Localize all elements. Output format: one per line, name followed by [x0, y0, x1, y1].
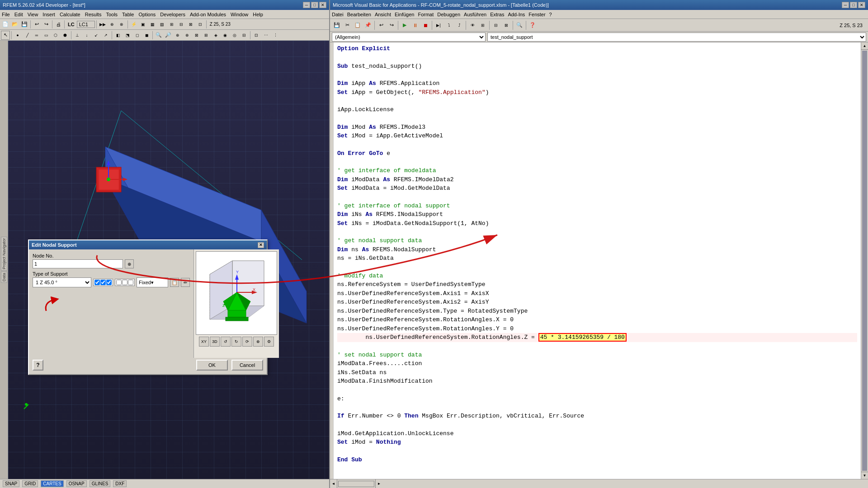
menu-results[interactable]: Results [85, 12, 102, 17]
vba-bottom-right-btn[interactable]: ► [375, 479, 382, 488]
vba-menu-datei[interactable]: Datei [332, 12, 344, 17]
vba-tb-watch[interactable]: 👁 [467, 20, 477, 30]
rfem-close-btn[interactable]: ✕ [319, 2, 326, 8]
vba-menu-help[interactable]: ? [549, 12, 552, 17]
prev-btn-r3[interactable]: ⟳ [242, 337, 252, 347]
tb2-view4[interactable]: ◼ [142, 31, 151, 40]
vba-menu-fenster[interactable]: Fenster [528, 12, 545, 17]
node-no-input[interactable] [33, 259, 123, 268]
vba-minimize-btn[interactable]: ─ [842, 2, 849, 8]
tb2-more3[interactable]: ↙ [92, 31, 101, 40]
status-glines[interactable]: GLINES [90, 480, 111, 487]
tb-more7[interactable]: ⊞ [167, 20, 176, 29]
tb2-more11[interactable]: ◎ [230, 31, 239, 40]
tb-more1[interactable]: ▶▶ [98, 20, 107, 29]
tb-new[interactable]: 📄 [1, 20, 10, 29]
status-osnap[interactable]: OSNAP [66, 480, 87, 487]
menu-insert[interactable]: Insert [42, 12, 55, 17]
type-copy-btn[interactable]: 📋 [170, 278, 179, 287]
tb-calc[interactable]: ⚡ [129, 20, 138, 29]
tb-redo[interactable]: ↪ [42, 20, 51, 29]
cb-uy[interactable] [100, 280, 106, 285]
tb2-view3[interactable]: ◻ [132, 31, 142, 40]
vba-tb-break[interactable]: ⏸ [410, 20, 420, 30]
menu-calculate[interactable]: Calculate [60, 12, 80, 17]
tb-open[interactable]: 📂 [10, 20, 19, 29]
tb2-more1[interactable]: ⬡ [51, 31, 60, 40]
rfem-3d-viewport[interactable]: Edit Nodal Support ✕ Node No. [8, 41, 329, 479]
menu-help[interactable]: Help [253, 12, 263, 17]
tb2-more10[interactable]: ◉ [221, 31, 230, 40]
tb2-view1[interactable]: ◧ [113, 31, 123, 40]
vba-menu-ausfuhr[interactable]: Ausführen [464, 12, 486, 17]
vba-procedure-dropdown[interactable]: test_nodal_support [487, 33, 866, 42]
scroll-thumb[interactable] [862, 51, 867, 471]
tb2-more12[interactable]: ⊟ [240, 31, 249, 40]
cb-ux[interactable] [94, 280, 100, 285]
tb2-member[interactable]: ═ [32, 31, 41, 40]
vba-tb-undo[interactable]: ↩ [376, 20, 386, 30]
tb2-more4[interactable]: ↗ [101, 31, 110, 40]
dialog-titlebar[interactable]: Edit Nodal Support ✕ [29, 240, 267, 249]
menu-view[interactable]: View [28, 12, 38, 17]
rfem-restore-btn[interactable]: □ [311, 2, 318, 8]
tb2-more15[interactable]: ⋮ [271, 31, 280, 40]
type-select[interactable]: 1 Z 45.0 ° [33, 277, 91, 287]
edit-nodal-support-dialog[interactable]: Edit Nodal Support ✕ Node No. [28, 239, 268, 375]
tb2-load[interactable]: ↓ [82, 31, 91, 40]
prev-btn-r1[interactable]: ↺ [221, 337, 231, 347]
tb-more8[interactable]: ⊟ [177, 20, 186, 29]
tb2-more7[interactable]: ⊠ [192, 31, 201, 40]
menu-developers[interactable]: Developers [160, 12, 185, 17]
vba-bottom-left-btn[interactable]: ◄ [330, 479, 337, 488]
vba-tb-locals[interactable]: ⊞ [478, 20, 488, 30]
tb-save[interactable]: 💾 [20, 20, 29, 29]
scroll-down-btn[interactable]: ▼ [861, 472, 868, 479]
tb2-more8[interactable]: ⊞ [202, 31, 211, 40]
vba-tb-reset[interactable]: ⏹ [420, 20, 430, 30]
vba-tb-more2[interactable]: ⊠ [501, 20, 511, 30]
vba-menu-extras[interactable]: Extras [490, 12, 504, 17]
vba-bottom-scroll[interactable] [338, 481, 374, 487]
vba-tb-stepover[interactable]: ⤵ [444, 20, 454, 30]
type-edit-btn[interactable]: ✏ [181, 278, 190, 287]
tb-more3[interactable]: ⊗ [117, 20, 126, 29]
vba-tb-paste[interactable]: 📌 [363, 20, 373, 30]
type-dropdown-select[interactable]: Fixed▾ [137, 277, 168, 287]
tb-more9[interactable]: ⊠ [186, 20, 195, 29]
vba-tb-run[interactable]: ▶ [400, 20, 410, 30]
scroll-up-btn[interactable]: ▲ [861, 42, 868, 50]
menu-tools[interactable]: Tools [106, 12, 118, 17]
tb2-cursor[interactable]: ↖ [1, 31, 10, 40]
status-snap[interactable]: SNAP [3, 480, 19, 487]
nav-project[interactable]: Project Navigator [1, 237, 7, 271]
vba-tb-copy[interactable]: 📋 [353, 20, 363, 30]
tb2-more5[interactable]: ⊕ [173, 31, 182, 40]
dialog-ok-button[interactable]: OK [196, 360, 228, 371]
cb-rz[interactable] [128, 280, 133, 285]
vba-tb-cut[interactable]: ✂ [342, 20, 352, 30]
tb-more2[interactable]: ⊕ [108, 20, 117, 29]
tb2-line[interactable]: ╱ [23, 31, 32, 40]
vba-close-btn[interactable]: ✕ [858, 2, 865, 8]
node-no-picker-btn[interactable]: ⊕ [125, 259, 134, 268]
menu-window[interactable]: Window [231, 12, 248, 17]
prev-btn-yz[interactable]: 3D [210, 337, 220, 347]
tb2-node[interactable]: ● [13, 31, 22, 40]
dialog-close-icon[interactable]: ✕ [258, 242, 264, 248]
tb2-more14[interactable]: ⋯ [261, 31, 270, 40]
vba-restore-btn[interactable]: □ [850, 2, 857, 8]
cb-ry[interactable] [122, 280, 127, 285]
vba-menu-debug[interactable]: Debuggen [437, 12, 460, 17]
vba-menu-format[interactable]: Format [418, 12, 434, 17]
tb2-more6[interactable]: ⊗ [183, 31, 192, 40]
rfem-minimize-btn[interactable]: ─ [303, 2, 310, 8]
status-cartes[interactable]: CARTES [41, 480, 63, 487]
tb2-view2[interactable]: ⬔ [123, 31, 132, 40]
tb2-more9[interactable]: ◈ [211, 31, 220, 40]
prev-btn-r2[interactable]: ↻ [231, 337, 241, 347]
tb-more5[interactable]: ▦ [148, 20, 157, 29]
cb-uz[interactable] [106, 280, 112, 285]
tb-more6[interactable]: ▧ [158, 20, 167, 29]
dialog-help-button[interactable]: ? [33, 360, 43, 371]
